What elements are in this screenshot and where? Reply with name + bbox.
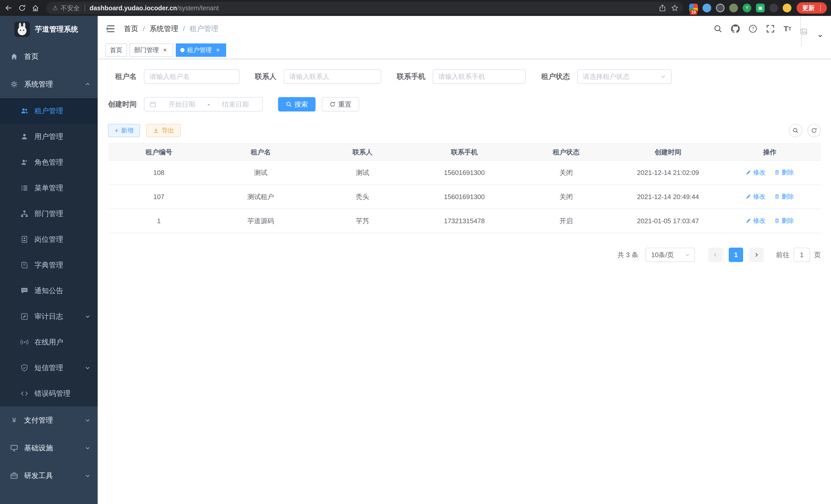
- back-icon[interactable]: [2, 1, 16, 14]
- dict-book-icon: [21, 261, 28, 269]
- sidebar-item-error-code[interactable]: 错误码管理: [0, 381, 98, 406]
- filter-create-time: 创建时间 开始日期 - 结束日期: [108, 97, 263, 112]
- page-size-label: 10条/页: [651, 250, 674, 260]
- extension-icon-3[interactable]: [716, 4, 725, 12]
- sidebar-item-system[interactable]: 系统管理: [0, 70, 98, 98]
- active-dot: [180, 48, 184, 52]
- home-nav-icon[interactable]: [29, 1, 42, 14]
- address-bar[interactable]: ⚠ 不安全 dashboard.yudao.iocoder.cn/system/…: [46, 2, 683, 14]
- column-header: 租户状态: [515, 144, 617, 160]
- sidebar-item-label: 角色管理: [34, 157, 63, 167]
- omnibox-divider: [85, 5, 85, 11]
- export-button[interactable]: 导出: [146, 124, 181, 137]
- cell-status: 关闭: [515, 185, 617, 209]
- filter-form-row-2: 创建时间 开始日期 - 结束日期 搜索: [108, 97, 821, 112]
- breadcrumb-home[interactable]: 首页: [124, 24, 138, 34]
- sidebar-item-dept[interactable]: 部门管理: [0, 201, 98, 227]
- cell-tenant-id: 107: [108, 185, 210, 209]
- tab-home[interactable]: 首页: [105, 43, 127, 57]
- calendar-icon: [149, 101, 156, 108]
- fullscreen-icon[interactable]: [766, 24, 775, 33]
- cell-actions: 修改 删除: [719, 209, 821, 233]
- share-icon[interactable]: [656, 2, 668, 14]
- sidebar-item-audit-log[interactable]: 审计日志: [0, 304, 98, 329]
- user-avatar[interactable]: [800, 19, 823, 39]
- sidebar-item-notice[interactable]: 通知公告: [0, 278, 98, 304]
- font-size-icon[interactable]: TT: [783, 24, 792, 33]
- sidebar-item-role[interactable]: 角色管理: [0, 149, 98, 175]
- table-row: 1 芋道源码 芋艿 17321315478 开启 2021-01-05 17:0…: [108, 209, 821, 233]
- main-area: 首页 / 系统管理 / 租户管理 ?: [98, 16, 831, 504]
- notice-icon: [21, 287, 28, 295]
- reload-icon[interactable]: [16, 1, 29, 14]
- page-content: 租户名 联系人 联系手机: [98, 59, 831, 504]
- extension-icon-1[interactable]: 10: [689, 4, 698, 12]
- update-label: 更新: [802, 4, 814, 12]
- extension-icon-8[interactable]: [783, 4, 792, 12]
- contact-input[interactable]: [289, 73, 376, 81]
- sidebar-item-infra[interactable]: 基础设施: [0, 434, 98, 462]
- pagination: 共 3 条 10条/页 1 前往: [108, 248, 821, 262]
- delete-link[interactable]: 删除: [774, 216, 794, 225]
- cell-created-at: 2021-12-14 20:49:44: [617, 185, 719, 209]
- breadcrumb-system[interactable]: 系统管理: [149, 24, 178, 34]
- sidebar-item-devtools[interactable]: 研发工具: [0, 462, 98, 490]
- edit-link[interactable]: 修改: [746, 192, 765, 201]
- next-page-button[interactable]: [749, 248, 764, 262]
- browser-update-button[interactable]: 更新 ⋮: [797, 2, 827, 13]
- page-number-button[interactable]: 1: [729, 248, 743, 262]
- sidebar-item-payment[interactable]: ¥ 支付管理: [0, 406, 98, 434]
- edit-link[interactable]: 修改: [746, 168, 765, 176]
- sms-shield-icon: [21, 364, 28, 372]
- infra-monitor-icon: [10, 444, 18, 452]
- extension-icon-5[interactable]: Y: [743, 4, 751, 12]
- delete-link[interactable]: 删除: [774, 168, 794, 176]
- chevron-down-icon: [85, 417, 90, 423]
- add-button[interactable]: + 新增: [108, 124, 140, 137]
- sidebar-item-dict[interactable]: 字典管理: [0, 252, 98, 278]
- phone-input[interactable]: [438, 73, 520, 81]
- extension-icon-2[interactable]: [703, 4, 711, 12]
- tab-label: 首页: [110, 46, 122, 54]
- sidebar-item-user[interactable]: 用户管理: [0, 124, 98, 149]
- sidebar-item-online-user[interactable]: 在线用户: [0, 329, 98, 355]
- extension-icon-6[interactable]: ▣: [756, 4, 765, 12]
- tenant-name-input[interactable]: [149, 73, 234, 81]
- extension-icon-7[interactable]: [769, 4, 778, 12]
- sidebar-item-menu[interactable]: 菜单管理: [0, 175, 98, 201]
- edit-link[interactable]: 修改: [746, 216, 765, 225]
- sidebar-item-post[interactable]: 岗位管理: [0, 227, 98, 252]
- delete-link[interactable]: 删除: [774, 192, 794, 201]
- cell-created-at: 2021-01-05 17:03:47: [617, 209, 719, 233]
- reset-button[interactable]: 重置: [322, 97, 359, 112]
- cell-actions: 修改 删除: [719, 160, 821, 185]
- post-badge-icon: [21, 236, 28, 243]
- hamburger-icon[interactable]: [106, 24, 116, 34]
- page-url: dashboard.yudao.iocoder.cn/system/tenant: [90, 4, 219, 12]
- extension-icon-4[interactable]: [729, 4, 738, 12]
- status-select[interactable]: 请选择租户状态: [577, 69, 672, 84]
- tab-tenant[interactable]: 租户管理 ×: [176, 43, 226, 57]
- bookmark-star-icon[interactable]: [668, 2, 681, 14]
- sidebar-logo[interactable]: 芋道管理系统: [0, 16, 98, 42]
- sidebar-item-home[interactable]: 首页: [0, 42, 98, 70]
- sidebar-item-tenant[interactable]: 租户管理: [0, 98, 98, 124]
- goto-page-input[interactable]: [794, 248, 810, 262]
- sidebar-item-sms[interactable]: 短信管理: [0, 355, 98, 381]
- refresh-table-icon[interactable]: [807, 124, 821, 137]
- date-range-picker[interactable]: 开始日期 - 结束日期: [144, 97, 263, 112]
- prev-page-button[interactable]: [708, 248, 722, 262]
- toggle-search-icon[interactable]: [789, 124, 802, 137]
- tab-dept[interactable]: 部门管理 ×: [130, 43, 173, 57]
- page-size-select[interactable]: 10条/页: [646, 248, 695, 262]
- header-search-icon[interactable]: [714, 24, 722, 33]
- search-button[interactable]: 搜索: [278, 97, 316, 112]
- github-icon[interactable]: [731, 24, 740, 33]
- svg-text:?: ?: [752, 26, 754, 31]
- sidebar-item-label: 错误码管理: [34, 389, 70, 398]
- help-icon[interactable]: ?: [748, 24, 757, 33]
- contact-input-wrap: [284, 69, 381, 84]
- close-icon[interactable]: ×: [214, 47, 222, 54]
- close-icon[interactable]: ×: [161, 47, 169, 54]
- dept-tree-icon: [21, 210, 28, 217]
